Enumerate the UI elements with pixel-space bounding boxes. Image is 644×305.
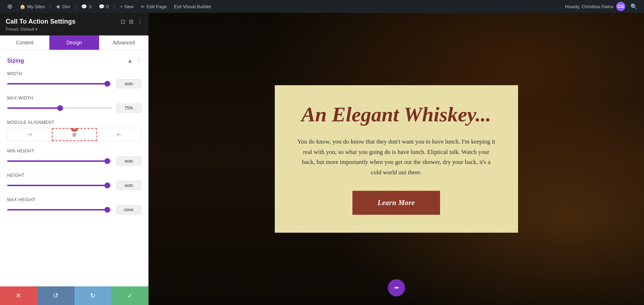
admin-bar-edit-page[interactable]: ✏ Edit Page	[138, 0, 170, 13]
cta-body: You do know, you do know that they don't…	[296, 137, 497, 178]
section-collapse-button[interactable]: ▲	[127, 58, 133, 64]
admin-bar-exit-builder[interactable]: Exit Visual Builder	[171, 0, 214, 13]
section-more-icon: ⋮	[136, 57, 141, 64]
panel-preset[interactable]: Preset: Default ▾	[6, 27, 143, 32]
comments-count: 3	[89, 4, 91, 9]
max-height-slider-track[interactable]	[7, 209, 113, 210]
cta-button[interactable]: Learn More	[352, 191, 440, 215]
cancel-button[interactable]: ✕	[0, 286, 37, 305]
tabs-row: Content Design Advanced	[0, 35, 148, 50]
min-height-slider-thumb[interactable]	[104, 158, 110, 164]
search-icon[interactable]: 🔍	[628, 3, 640, 10]
max-width-slider-track[interactable]	[7, 107, 113, 109]
height-value[interactable]: auto	[116, 181, 141, 190]
section-more-button[interactable]: ⋮	[136, 57, 141, 64]
preview-background: An Elegant Whiskey... You do know, you d…	[148, 13, 644, 305]
minimize-button[interactable]: ⊡	[121, 18, 125, 25]
sizing-section-header: Sizing ▲ ⋮	[0, 50, 148, 68]
divi-icon: ◈	[56, 3, 60, 10]
minimize-icon: ⊡	[121, 18, 125, 25]
panel-title-icons: ⊡ ⊞ ⋮	[121, 18, 143, 25]
cta-title: An Elegant Whiskey...	[296, 103, 497, 126]
user-avatar[interactable]: CG	[616, 2, 625, 11]
admin-bar-divi[interactable]: ◈ Divi	[53, 0, 73, 13]
bottom-buttons: ✕ ↺ ↻ ✓	[0, 286, 148, 305]
panel-content: Sizing ▲ ⋮ Width	[0, 50, 148, 286]
more-options-button[interactable]: ⋮	[137, 18, 143, 25]
admin-bar-wp-logo[interactable]: ⊕	[4, 0, 15, 13]
exit-builder-label: Exit Visual Builder	[174, 4, 211, 9]
module-alignment-label: Module Alignment	[7, 120, 141, 125]
panel-title: Call To Action Settings	[6, 18, 75, 25]
admin-bar-my-sites[interactable]: 🏠 My Sites	[17, 0, 48, 13]
panel-header: Call To Action Settings ⊡ ⊞ ⋮ Preset: De…	[0, 13, 148, 35]
max-width-value[interactable]: 75%	[116, 103, 141, 113]
section-header-icons: ▲ ⋮	[127, 57, 141, 64]
max-height-label: Max Height	[7, 197, 141, 202]
redo-button[interactable]: ↻	[74, 286, 112, 305]
howdy-text: Howdy, Christina Gwira	[565, 4, 613, 9]
admin-bar-new[interactable]: + New	[117, 0, 137, 13]
max-height-slider-fill	[7, 209, 107, 210]
alignment-options: ⊣ ⊞ 1 ⊢	[7, 128, 141, 141]
admin-bar-left: ⊕ 🏠 My Sites | ◈ Divi | 💬 3 💬 0 | + New …	[4, 0, 565, 13]
cancel-icon: ✕	[16, 292, 21, 300]
admin-bar-comments[interactable]: 💬 3	[78, 0, 94, 13]
height-control: Height auto	[0, 170, 148, 193]
max-width-control: Max Width 75%	[0, 93, 148, 116]
alignment-row: ⊣ ⊞ 1 ⊢	[7, 128, 141, 141]
min-height-slider-row: auto	[7, 156, 141, 166]
fab-button[interactable]: •••	[388, 279, 405, 296]
balloon-icon: 💬	[99, 4, 104, 9]
balloon-count: 0	[106, 4, 109, 9]
save-button[interactable]: ✓	[111, 286, 148, 305]
expand-icon: ⊞	[129, 18, 133, 25]
my-sites-icon: 🏠	[20, 4, 25, 9]
min-height-slider-track[interactable]	[7, 160, 113, 162]
max-height-control: Max Height none	[0, 194, 148, 217]
comments-icon: 💬	[81, 4, 87, 9]
undo-icon: ↺	[53, 292, 58, 300]
panel-title-row: Call To Action Settings ⊡ ⊞ ⋮	[6, 18, 143, 25]
align-right-icon: ⊢	[117, 132, 121, 137]
height-slider-thumb[interactable]	[104, 183, 110, 188]
module-alignment-control: Module Alignment ⊣ ⊞ 1 ⊢	[0, 117, 148, 144]
edit-icon: ✏	[141, 4, 145, 9]
my-sites-label: My Sites	[27, 4, 45, 9]
plus-icon: +	[120, 4, 123, 9]
left-panel: Call To Action Settings ⊡ ⊞ ⋮ Preset: De…	[0, 13, 148, 305]
max-width-slider-row: 75%	[7, 103, 141, 113]
preview-area: An Elegant Whiskey... You do know, you d…	[148, 13, 644, 305]
undo-button[interactable]: ↺	[37, 286, 74, 305]
tab-advanced[interactable]: Advanced	[99, 35, 148, 50]
max-height-value[interactable]: none	[116, 205, 141, 214]
width-label: Width	[7, 71, 141, 76]
align-center-button[interactable]: ⊞ 1	[52, 128, 97, 141]
width-slider-row: auto	[7, 79, 141, 88]
max-height-slider-thumb[interactable]	[104, 207, 110, 213]
align-left-button[interactable]: ⊣	[8, 128, 52, 141]
tab-design[interactable]: Design	[49, 35, 99, 50]
width-slider-fill	[7, 83, 107, 84]
wp-admin-bar: ⊕ 🏠 My Sites | ◈ Divi | 💬 3 💬 0 | + New …	[0, 0, 644, 13]
admin-bar-right: Howdy, Christina Gwira CG 🔍	[565, 2, 640, 11]
align-center-icon: ⊞	[72, 132, 77, 137]
chevron-up-icon: ▲	[127, 58, 133, 64]
preset-label: Preset: Default	[6, 27, 34, 32]
align-right-button[interactable]: ⊢	[97, 128, 141, 141]
tab-content[interactable]: Content	[0, 35, 49, 50]
min-height-value[interactable]: auto	[116, 156, 141, 166]
width-value[interactable]: auto	[116, 79, 141, 88]
fab-icon: •••	[394, 285, 398, 291]
width-slider-thumb[interactable]	[104, 81, 110, 87]
min-height-control: Min Height auto	[0, 146, 148, 169]
cta-card: An Elegant Whiskey... You do know, you d…	[275, 85, 518, 233]
expand-button[interactable]: ⊞	[129, 18, 133, 25]
preset-chevron-icon: ▾	[35, 27, 38, 32]
height-slider-track[interactable]	[7, 185, 113, 186]
min-height-slider-fill	[7, 160, 107, 162]
max-width-slider-fill	[7, 107, 60, 109]
max-width-slider-thumb[interactable]	[57, 105, 63, 111]
width-slider-track[interactable]	[7, 83, 113, 84]
admin-bar-comment-balloon[interactable]: 💬 0	[96, 0, 112, 13]
